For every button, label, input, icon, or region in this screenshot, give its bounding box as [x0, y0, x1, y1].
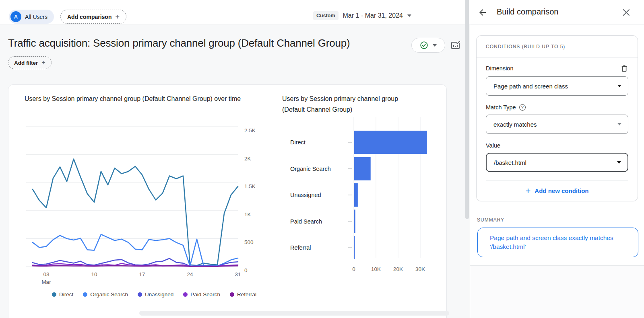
- dimension-select-value: Page path and screen class: [493, 83, 568, 90]
- x-axis-label: 20K: [393, 266, 403, 272]
- summary-text: Page path and screen class exactly match…: [490, 234, 630, 251]
- x-axis-label: 0: [352, 266, 355, 272]
- legend-item: Unassigned: [138, 291, 173, 297]
- x-axis-month-label: Mar: [41, 279, 51, 285]
- back-arrow-icon: [478, 8, 487, 17]
- edit-chart-icon: [450, 39, 461, 51]
- y-axis-label: 500: [244, 239, 254, 245]
- date-range-type-badge: Custom: [313, 11, 339, 20]
- x-axis-label: 24: [187, 271, 193, 277]
- bar-category-label: Organic Search: [290, 166, 331, 172]
- bar-referral: [354, 236, 355, 259]
- add-new-condition-label: Add new condition: [535, 187, 588, 194]
- legend-dot-icon: [230, 292, 234, 297]
- bar-category-label: Unassigned: [290, 192, 321, 198]
- panel-header: Build comparison: [470, 0, 644, 25]
- data-quality-button[interactable]: [411, 38, 445, 53]
- chevron-down-icon: [407, 14, 411, 17]
- legend-item: Organic Search: [83, 291, 128, 297]
- x-axis-label: 31: [235, 271, 241, 277]
- all-users-chip[interactable]: A All Users: [9, 10, 54, 24]
- add-comparison-label: Add comparison: [67, 14, 111, 20]
- legend-label: Paid Search: [190, 291, 220, 297]
- value-label: Value: [486, 142, 500, 149]
- match-type-select-value: exactly matches: [493, 121, 537, 128]
- summary-box: Page path and screen class exactly match…: [477, 228, 638, 257]
- summary-header: SUMMARY: [477, 217, 504, 223]
- legend-item: Referral: [230, 291, 256, 297]
- add-new-condition-button[interactable]: + Add new condition: [486, 180, 628, 201]
- bar-paid-search: [354, 210, 355, 233]
- date-range-text: Mar 1 - Mar 31, 2024: [343, 12, 403, 19]
- legend-label: Organic Search: [90, 291, 128, 297]
- value-select-value: /basket.html: [494, 159, 526, 166]
- chevron-down-icon: [617, 161, 621, 164]
- legend-dot-icon: [183, 292, 188, 297]
- chevron-down-icon: [617, 123, 621, 125]
- comparison-topbar: A All Users Add comparison + Custom Mar …: [0, 0, 470, 25]
- add-filter-label: Add filter: [14, 60, 38, 66]
- horizontal-scrollbar[interactable]: [139, 311, 449, 316]
- plus-icon: +: [115, 13, 120, 21]
- charts-card: Users by Session primary channel group (…: [8, 84, 447, 318]
- legend-dot-icon: [83, 292, 87, 297]
- chevron-down-icon: [617, 85, 621, 87]
- chart-legend: DirectOrganic SearchUnassignedPaid Searc…: [52, 291, 256, 297]
- close-button[interactable]: [622, 8, 631, 17]
- condition-body: Dimension Page path and screen class Mat…: [477, 58, 638, 201]
- ga4-traffic-acquisition-screen: A All Users Add comparison + Custom Mar …: [0, 0, 644, 318]
- bar-organic-search: [354, 157, 371, 181]
- conditions-header: CONDITIONS (BUILD UP TO 5): [477, 36, 638, 58]
- value-select[interactable]: /basket.html: [486, 153, 628, 172]
- legend-label: Unassigned: [145, 291, 173, 297]
- line-chart-title: Users by Session primary channel group (…: [25, 93, 242, 104]
- bar-direct: [354, 131, 427, 154]
- page-title: Traffic acquisition: Session primary cha…: [8, 37, 350, 49]
- x-axis-label: 10K: [371, 266, 381, 272]
- legend-label: Referral: [237, 291, 256, 297]
- close-icon: [622, 8, 631, 17]
- chevron-down-icon: [433, 44, 437, 47]
- all-users-avatar: A: [10, 11, 21, 22]
- y-axis-label: 1K: [244, 211, 251, 217]
- dimension-select[interactable]: Page path and screen class: [486, 76, 628, 96]
- trash-icon: [620, 64, 628, 72]
- delete-condition-button[interactable]: [620, 64, 628, 72]
- legend-dot-icon: [52, 292, 56, 297]
- plus-icon: +: [525, 187, 530, 195]
- bar-category-label: Paid Search: [290, 218, 322, 225]
- bar-chart-title: Users by Session primary channel group (…: [282, 93, 415, 115]
- legend-dot-icon: [138, 292, 142, 297]
- build-comparison-panel: Build comparison CONDITIONS (BUILD UP TO…: [470, 0, 644, 318]
- help-icon[interactable]: ?: [519, 104, 526, 111]
- plus-icon: +: [41, 59, 45, 66]
- dimension-label: Dimension: [486, 65, 514, 72]
- bar-chart: 010K20K30KDirectOrganic SearchUnassigned…: [282, 116, 441, 279]
- series-line-referral: [33, 266, 238, 267]
- panel-title: Build comparison: [497, 7, 558, 16]
- x-axis-label: 10: [91, 271, 97, 277]
- match-type-select[interactable]: exactly matches: [486, 115, 628, 134]
- x-axis-label: 17: [139, 271, 145, 277]
- check-circle-icon: [420, 41, 428, 49]
- legend-label: Direct: [59, 291, 73, 297]
- x-axis-label: 03: [43, 271, 49, 277]
- all-users-label: All Users: [25, 14, 47, 20]
- customize-report-button[interactable]: [450, 39, 461, 51]
- bar-category-label: Direct: [290, 139, 305, 146]
- bar-category-label: Referral: [290, 244, 311, 251]
- x-axis-label: 30K: [415, 266, 425, 272]
- main-report-area: A All Users Add comparison + Custom Mar …: [0, 0, 470, 318]
- panel-bottom-area: [470, 266, 644, 318]
- match-type-label: Match Type: [486, 104, 516, 111]
- conditions-card: CONDITIONS (BUILD UP TO 5) Dimension Pag…: [476, 35, 638, 201]
- y-axis-label: 2.5K: [244, 127, 256, 133]
- add-comparison-button[interactable]: Add comparison +: [60, 10, 126, 24]
- vertical-scrollbar-thumb[interactable]: [465, 0, 469, 219]
- bar-unassigned: [354, 183, 358, 207]
- back-button[interactable]: [478, 8, 487, 17]
- add-filter-button[interactable]: Add filter +: [8, 56, 52, 69]
- date-range-selector[interactable]: Custom Mar 1 - Mar 31, 2024: [313, 11, 411, 20]
- report-title-row: Traffic acquisition: Session primary cha…: [8, 37, 350, 49]
- y-axis-label: 0: [244, 267, 248, 273]
